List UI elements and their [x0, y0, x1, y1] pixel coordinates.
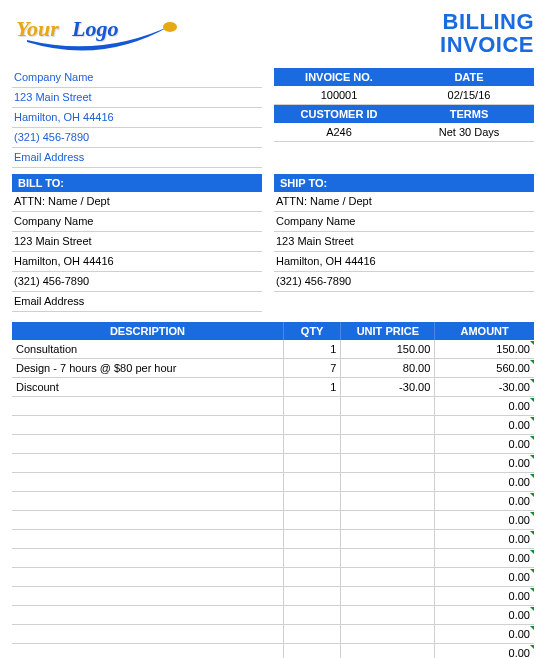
cell-unit: -30.00 — [341, 378, 435, 397]
cell-qty — [283, 397, 340, 416]
cell-qty — [283, 454, 340, 473]
cell-amount: 0.00 — [435, 606, 534, 625]
cell-amount: 0.00 — [435, 625, 534, 644]
cell-qty — [283, 644, 340, 659]
cell-qty: 1 — [283, 340, 340, 359]
cell-amount: 0.00 — [435, 492, 534, 511]
bill-city: Hamilton, OH 44416 — [12, 252, 262, 272]
cell-amount: 560.00 — [435, 359, 534, 378]
col-amount: AMOUNT — [435, 322, 534, 340]
invoice-meta: INVOICE NO. DATE 100001 02/15/16 CUSTOME… — [274, 68, 534, 168]
cell-unit — [341, 568, 435, 587]
cell-desc: Design - 7 hours @ $80 per hour — [12, 359, 283, 378]
company-phone: (321) 456-7890 — [12, 128, 262, 148]
cell-desc — [12, 625, 283, 644]
cell-qty — [283, 530, 340, 549]
cell-amount: 0.00 — [435, 416, 534, 435]
table-row: 0.00 — [12, 511, 534, 530]
title-line1: BILLING — [440, 10, 534, 33]
cell-unit — [341, 473, 435, 492]
cell-qty — [283, 549, 340, 568]
document-title: BILLING INVOICE — [440, 10, 534, 56]
cell-desc: Discount — [12, 378, 283, 397]
company-info: Company Name 123 Main Street Hamilton, O… — [12, 68, 262, 168]
cell-desc — [12, 397, 283, 416]
cell-unit — [341, 511, 435, 530]
bill-to-header: BILL TO: — [12, 174, 262, 192]
cell-qty — [283, 511, 340, 530]
logo-word1: Your — [16, 16, 59, 42]
logo: Your Logo — [12, 10, 192, 60]
cell-unit — [341, 454, 435, 473]
table-row: 0.00 — [12, 435, 534, 454]
table-row: 0.00 — [12, 606, 534, 625]
company-street: 123 Main Street — [12, 88, 262, 108]
title-line2: INVOICE — [440, 33, 534, 56]
cell-desc — [12, 644, 283, 659]
svg-point-0 — [163, 22, 177, 32]
cell-desc — [12, 606, 283, 625]
ship-to-block: ATTN: Name / Dept Company Name 123 Main … — [274, 192, 534, 312]
cell-unit — [341, 606, 435, 625]
table-row: 0.00 — [12, 416, 534, 435]
cell-desc — [12, 454, 283, 473]
ship-to-header: SHIP TO: — [274, 174, 534, 192]
table-row: 0.00 — [12, 568, 534, 587]
table-row: Design - 7 hours @ $80 per hour780.00560… — [12, 359, 534, 378]
cell-desc — [12, 587, 283, 606]
table-row: 0.00 — [12, 644, 534, 659]
cell-qty — [283, 568, 340, 587]
table-row: Consultation1150.00150.00 — [12, 340, 534, 359]
bill-company: Company Name — [12, 212, 262, 232]
cell-amount: 0.00 — [435, 530, 534, 549]
invoice-date: 02/15/16 — [404, 86, 534, 105]
cell-qty — [283, 473, 340, 492]
cell-amount: 0.00 — [435, 435, 534, 454]
customer-id: A246 — [274, 123, 404, 142]
cell-unit — [341, 587, 435, 606]
col-qty: QTY — [283, 322, 340, 340]
bill-to-block: ATTN: Name / Dept Company Name 123 Main … — [12, 192, 262, 312]
cell-unit — [341, 625, 435, 644]
bill-phone: (321) 456-7890 — [12, 272, 262, 292]
cell-desc — [12, 511, 283, 530]
cell-desc — [12, 530, 283, 549]
cell-qty — [283, 416, 340, 435]
bill-attn: ATTN: Name / Dept — [12, 192, 262, 212]
cell-unit — [341, 435, 435, 454]
table-row: 0.00 — [12, 473, 534, 492]
cell-unit — [341, 416, 435, 435]
cell-unit — [341, 530, 435, 549]
cell-amount: 0.00 — [435, 473, 534, 492]
col-description: DESCRIPTION — [12, 322, 283, 340]
cell-qty — [283, 606, 340, 625]
cell-desc — [12, 549, 283, 568]
cell-amount: 0.00 — [435, 511, 534, 530]
cell-qty — [283, 492, 340, 511]
cell-unit — [341, 492, 435, 511]
table-row: Discount1-30.00-30.00 — [12, 378, 534, 397]
bill-email: Email Address — [12, 292, 262, 312]
table-row: 0.00 — [12, 587, 534, 606]
ship-attn: ATTN: Name / Dept — [274, 192, 534, 212]
cell-desc: Consultation — [12, 340, 283, 359]
cell-amount: 0.00 — [435, 397, 534, 416]
cell-desc — [12, 568, 283, 587]
ship-company: Company Name — [274, 212, 534, 232]
cell-desc — [12, 492, 283, 511]
cell-amount: 0.00 — [435, 549, 534, 568]
company-name: Company Name — [12, 68, 262, 88]
terms: Net 30 Days — [404, 123, 534, 142]
cell-amount: 150.00 — [435, 340, 534, 359]
cell-unit: 150.00 — [341, 340, 435, 359]
cell-amount: 0.00 — [435, 454, 534, 473]
table-row: 0.00 — [12, 397, 534, 416]
table-row: 0.00 — [12, 530, 534, 549]
cell-desc — [12, 416, 283, 435]
cell-unit: 80.00 — [341, 359, 435, 378]
cell-amount: 0.00 — [435, 587, 534, 606]
cell-desc — [12, 435, 283, 454]
cell-qty: 7 — [283, 359, 340, 378]
ship-street: 123 Main Street — [274, 232, 534, 252]
company-city: Hamilton, OH 44416 — [12, 108, 262, 128]
